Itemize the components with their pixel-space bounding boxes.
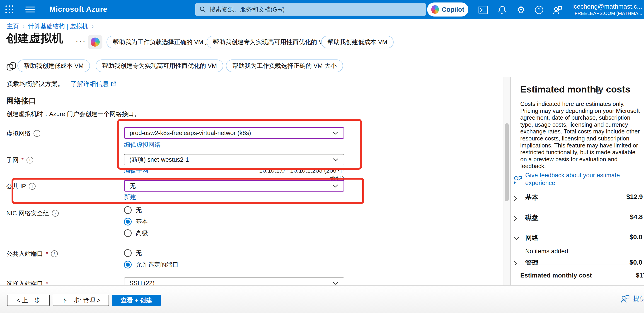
nic-nsg-option-basic[interactable]: 基本	[124, 218, 148, 226]
copilot-suggestion-low-cost-2[interactable]: 帮助我创建低成本 VM	[18, 59, 90, 72]
copilot-suggestion-right-size-2[interactable]: 帮助我为工作负载选择正确的 VM 大小	[226, 59, 343, 72]
public-ip-dropdown[interactable]: 无	[124, 180, 344, 191]
copilot-button-label: Copilot	[442, 6, 464, 13]
chevron-down-icon	[332, 158, 339, 162]
cost-summary-row: Estimated monthly cost $17	[511, 265, 644, 286]
subnet-dropdown[interactable]: (新项) snet-westus2-1	[124, 154, 344, 165]
breadcrumb: 主页 › 计算基础结构 | 虚拟机 ›	[7, 22, 94, 30]
cost-row-basic-label[interactable]: 基本	[525, 193, 538, 202]
virtual-network-label: 虚拟网络i	[6, 129, 40, 138]
user-feedback-icon[interactable]	[552, 5, 562, 15]
svg-text:?: ?	[538, 7, 541, 13]
inbound-ports-option-allow-selected[interactable]: 允许选定的端口	[124, 261, 178, 269]
cloud-shell-icon[interactable]	[478, 5, 488, 15]
chevron-down-icon[interactable]	[513, 236, 520, 241]
brand-title: Microsoft Azure	[50, 5, 108, 13]
nic-nsg-option-advanced[interactable]: 高级	[124, 229, 148, 237]
cost-row-disk-amount: $4.8	[630, 213, 643, 221]
copilot-suggestion-right-size[interactable]: 帮助我为工作负载选择正确的 VM 大小	[106, 36, 224, 48]
edit-virtual-network-link[interactable]: 编辑虚拟网络	[124, 141, 161, 149]
copilot-suggestion-low-cost[interactable]: 帮助我创建低成本 VM	[321, 36, 394, 48]
hamburger-menu-icon[interactable]	[26, 6, 35, 12]
chevron-right-icon[interactable]	[513, 215, 518, 222]
page-title: 创建虚拟机	[6, 31, 63, 46]
info-icon[interactable]: i	[29, 183, 36, 190]
cost-network-empty-text: No items added	[525, 248, 568, 255]
breadcrumb-home-link[interactable]: 主页	[7, 22, 19, 30]
copilot-suggestion-high-availability[interactable]: 帮助我创建专为实现高可用性而优化的 VM	[207, 36, 334, 48]
intro-line: 负载均衡解决方案。 了解详细信息	[7, 80, 116, 88]
account-info[interactable]: icecheng@mathmast.c... FREELEAPS.COM (MA…	[572, 3, 642, 16]
copilot-icon	[91, 37, 100, 47]
chevron-down-icon	[332, 281, 339, 285]
search-icon	[200, 6, 206, 13]
azure-portal-window: Microsoft Azure 搜索资源、服务和文档(G+/) Copilot …	[0, 0, 644, 313]
help-icon[interactable]: ?	[534, 5, 544, 15]
footer-feedback-label: 提供	[633, 294, 644, 303]
chevron-down-icon	[332, 131, 338, 135]
copilot-suggestion-high-availability-2[interactable]: 帮助我创建专为实现高可用性而优化的 VM	[96, 59, 223, 72]
app-launcher-waffle-icon[interactable]	[6, 5, 14, 13]
top-bar: Microsoft Azure 搜索资源、服务和文档(G+/) Copilot …	[0, 0, 644, 19]
info-icon[interactable]: i	[52, 210, 59, 217]
public-ip-value: 无	[130, 182, 136, 190]
virtual-network-dropdown[interactable]: prod-usw2-k8s-freeleaps-virtual-networ (…	[124, 127, 344, 139]
user-feedback-icon	[620, 294, 630, 304]
cost-row-basic-amount: $12.9	[626, 193, 643, 201]
feedback-bubbles-icon	[513, 174, 523, 184]
cost-row-network-label[interactable]: 网络	[525, 233, 538, 242]
section-description: 创建虚拟机时，Azure 门户会创建一个网络接口。	[6, 110, 140, 118]
account-tenant: FREELEAPS.COM (MATHMA...	[572, 10, 642, 16]
nic-nsg-label: NIC 网络安全组i	[6, 209, 59, 217]
chevron-down-icon	[332, 184, 338, 188]
info-icon[interactable]: i	[595, 87, 602, 94]
review-create-button[interactable]: 查看 + 创建	[112, 295, 161, 306]
info-icon[interactable]: i	[26, 157, 33, 163]
chevron-right-icon: ›	[92, 23, 94, 29]
inbound-ports-option-none[interactable]: 无	[124, 249, 142, 257]
cost-panel-title: Estimated monthly costs	[520, 84, 630, 95]
info-icon[interactable]: i	[51, 250, 58, 257]
chevron-right-icon: ›	[23, 23, 24, 29]
estimate-feedback-link[interactable]: Give feedback about your estimate experi…	[525, 171, 625, 187]
more-options-button[interactable]: ···	[76, 36, 86, 46]
copilot-outline-icon	[6, 61, 17, 72]
external-link-icon	[110, 81, 116, 87]
global-search-input[interactable]: 搜索资源、服务和文档(G+/)	[195, 3, 426, 16]
chevron-right-icon[interactable]	[513, 195, 518, 202]
cost-row-disk-label[interactable]: 磁盘	[525, 213, 538, 222]
search-placeholder: 搜索资源、服务和文档(G+/)	[210, 5, 284, 13]
cost-total-amount: $17	[636, 272, 644, 279]
radio-icon	[124, 206, 132, 214]
intro-text: 负载均衡解决方案。	[7, 80, 64, 88]
next-step-button[interactable]: 下一步: 管理 >	[53, 295, 109, 306]
cost-total-label: Estimated monthly cost	[520, 272, 592, 279]
edit-subnet-link[interactable]: 编辑子网	[124, 166, 148, 174]
subnet-label: 子网*i	[6, 156, 33, 164]
copilot-icon	[431, 5, 439, 14]
svg-text:i: i	[598, 88, 599, 93]
radio-icon	[124, 229, 132, 237]
public-ip-label: 公共 IPi	[6, 182, 36, 190]
breadcrumb-vm-link[interactable]: 计算基础结构 | 虚拟机	[28, 22, 88, 30]
previous-step-button[interactable]: < 上一步	[7, 295, 50, 306]
learn-more-link[interactable]: 了解详细信息	[71, 80, 109, 88]
radio-icon	[124, 249, 132, 257]
info-icon[interactable]: i	[34, 130, 40, 137]
copilot-tile-button[interactable]	[88, 35, 102, 49]
footer-feedback-link[interactable]: 提供	[620, 294, 644, 304]
public-inbound-ports-label: 公共入站端口*i	[6, 250, 58, 258]
virtual-network-value: prod-usw2-k8s-freeleaps-virtual-networ (…	[130, 130, 251, 137]
nic-nsg-option-none[interactable]: 无	[124, 206, 142, 214]
scrollbar-thumb[interactable]	[505, 123, 509, 201]
notifications-bell-icon[interactable]	[497, 5, 507, 15]
cost-disclaimer: Costs indicated here are estimates only.…	[520, 100, 640, 170]
copilot-button[interactable]: Copilot	[427, 2, 468, 16]
section-heading: 网络接口	[6, 96, 36, 106]
wizard-footer: < 上一步 下一步: 管理 > 查看 + 创建 提供	[0, 285, 644, 313]
radio-selected-icon	[124, 261, 132, 269]
settings-gear-icon[interactable]: ⚙	[516, 5, 526, 15]
create-new-public-ip-link[interactable]: 新建	[124, 193, 136, 201]
radio-selected-icon	[124, 218, 132, 225]
account-email: icecheng@mathmast.c...	[572, 3, 642, 10]
